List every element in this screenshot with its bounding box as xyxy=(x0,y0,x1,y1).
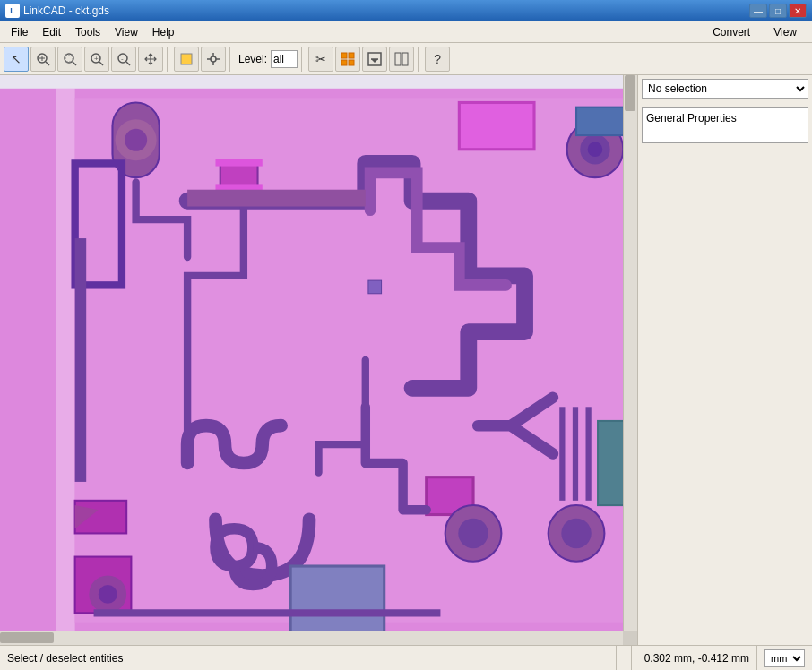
svg-marker-25 xyxy=(371,59,378,63)
vertical-scroll-thumb[interactable] xyxy=(625,75,635,111)
tab-convert[interactable]: Convert xyxy=(701,23,762,41)
svg-rect-20 xyxy=(349,53,354,58)
split-button[interactable] xyxy=(389,47,414,72)
toolbar-sep-3 xyxy=(301,47,305,72)
titlebar: L LinkCAD - ckt.gds — □ ✕ xyxy=(0,0,812,21)
menu-file[interactable]: File xyxy=(4,24,35,40)
menu-view[interactable]: View xyxy=(108,24,145,40)
svg-text:-: - xyxy=(121,55,124,63)
level-label: Level: xyxy=(238,53,267,65)
zoom-in-button[interactable]: + xyxy=(84,47,109,72)
properties-header: No selection xyxy=(638,75,812,102)
menu-edit[interactable]: Edit xyxy=(35,24,68,40)
minimize-button[interactable]: — xyxy=(749,4,767,18)
svg-text:+: + xyxy=(94,55,99,63)
main-area: No selection General Properties xyxy=(0,75,812,645)
horizontal-scrollbar[interactable] xyxy=(0,631,623,645)
menubar-right: Convert View xyxy=(701,23,808,41)
svg-rect-13 xyxy=(181,54,192,64)
zoom-out-button[interactable]: - xyxy=(111,47,136,72)
menubar-left: File Edit Tools View Help xyxy=(4,24,182,40)
pan-button[interactable] xyxy=(138,47,163,72)
general-properties-panel: General Properties xyxy=(642,107,808,143)
titlebar-title: LinkCAD - ckt.gds xyxy=(23,4,109,17)
status-coordinates: 0.302 mm, -0.412 mm xyxy=(632,646,757,670)
horizontal-scroll-thumb[interactable] xyxy=(0,632,54,643)
export-button[interactable] xyxy=(362,47,387,72)
close-button[interactable]: ✕ xyxy=(789,4,807,18)
scroll-corner xyxy=(623,631,637,645)
menu-tools[interactable]: Tools xyxy=(68,24,108,40)
svg-rect-59 xyxy=(187,190,366,207)
svg-line-1 xyxy=(46,62,49,65)
svg-rect-38 xyxy=(459,102,534,149)
maximize-button[interactable]: □ xyxy=(769,4,787,18)
tab-view[interactable]: View xyxy=(762,23,808,41)
svg-line-11 xyxy=(126,62,130,65)
menu-help[interactable]: Help xyxy=(145,24,182,40)
svg-point-47 xyxy=(561,519,591,548)
svg-line-8 xyxy=(99,62,103,65)
help-button[interactable]: ? xyxy=(425,47,450,72)
level-input[interactable] xyxy=(271,50,298,68)
svg-point-56 xyxy=(458,519,488,548)
zoom-fit-button[interactable] xyxy=(30,47,56,72)
svg-rect-60 xyxy=(75,238,87,482)
scissors-button[interactable]: ✂ xyxy=(308,47,333,72)
menubar: File Edit Tools View Help Convert View xyxy=(0,21,812,43)
selection-dropdown[interactable]: No selection xyxy=(642,79,808,99)
svg-point-18 xyxy=(211,56,216,62)
toolbar: ↖ + - Level: ✂ ? xyxy=(0,43,812,75)
right-panel: No selection General Properties xyxy=(637,75,812,645)
general-properties-label: General Properties xyxy=(646,112,737,125)
snap-button[interactable] xyxy=(201,47,226,72)
status-units: mm in um xyxy=(757,646,812,670)
circuit-canvas xyxy=(0,75,637,645)
units-select[interactable]: mm in um xyxy=(764,649,805,667)
statusbar: Select / deselect entities 0.302 mm, -0.… xyxy=(0,645,812,670)
titlebar-controls[interactable]: — □ ✕ xyxy=(749,4,807,18)
status-text: Select / deselect entities xyxy=(0,646,617,670)
zoom-in-rect-button[interactable] xyxy=(57,47,82,72)
titlebar-left: L LinkCAD - ckt.gds xyxy=(5,4,109,18)
svg-rect-21 xyxy=(341,60,347,65)
toolbar-sep-2 xyxy=(229,47,233,72)
svg-rect-58 xyxy=(368,280,382,294)
vertical-scrollbar[interactable] xyxy=(623,75,637,631)
svg-rect-19 xyxy=(341,53,347,58)
canvas-container[interactable] xyxy=(0,75,637,645)
select-tool-button[interactable]: ↖ xyxy=(4,47,29,72)
svg-point-53 xyxy=(99,585,117,604)
svg-rect-6 xyxy=(65,55,73,62)
svg-point-41 xyxy=(588,142,603,157)
svg-rect-30 xyxy=(75,98,628,623)
svg-point-33 xyxy=(125,129,147,151)
svg-rect-22 xyxy=(349,60,354,65)
app-icon: L xyxy=(5,4,20,18)
svg-rect-26 xyxy=(395,53,401,65)
toolbar-sep-1 xyxy=(167,47,170,72)
svg-line-5 xyxy=(73,62,76,65)
toolbar-sep-4 xyxy=(418,47,421,72)
select-area-button[interactable] xyxy=(174,47,199,72)
svg-rect-36 xyxy=(215,159,262,166)
grid-button[interactable] xyxy=(335,47,360,72)
status-empty xyxy=(617,646,632,670)
svg-rect-27 xyxy=(402,53,408,65)
